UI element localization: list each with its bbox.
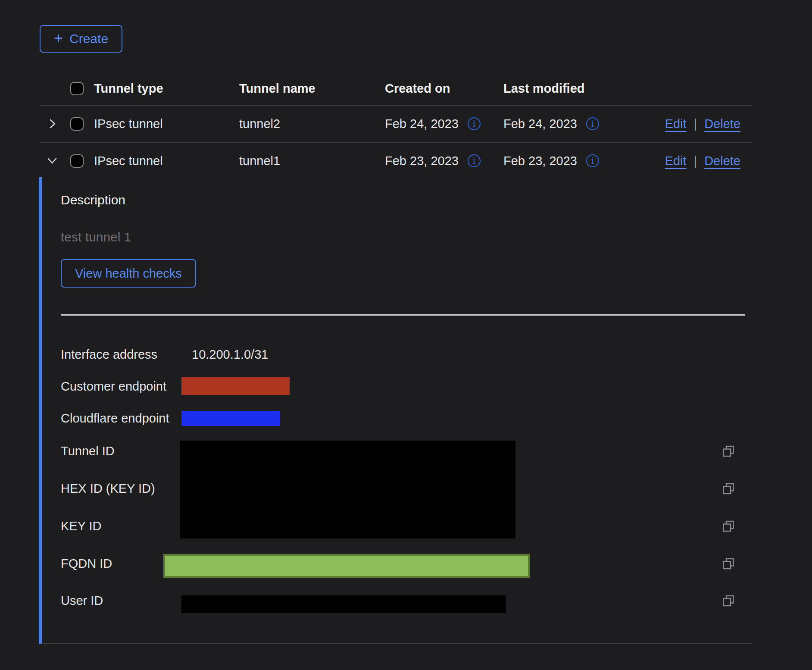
interface-address-label: Interface address xyxy=(61,348,157,362)
tunnel-type-cell: IPsec tunnel xyxy=(94,117,239,131)
customer-endpoint-label: Customer endpoint xyxy=(61,379,166,394)
info-icon[interactable]: i xyxy=(468,117,481,130)
header-created-on: Created on xyxy=(381,81,500,96)
copy-fqdn-id-icon[interactable] xyxy=(722,557,735,570)
select-all-checkbox[interactable] xyxy=(70,82,84,95)
cloudflare-endpoint-label: Cloudflare endpoint xyxy=(61,411,169,426)
tunnel-name-cell: tunnel1 xyxy=(239,154,381,168)
fqdn-id-label: FQDN ID xyxy=(61,557,112,571)
create-button[interactable]: + Create xyxy=(40,25,122,53)
row-checkbox[interactable] xyxy=(70,117,84,131)
key-id-label: KEY ID xyxy=(61,519,102,533)
info-icon[interactable]: i xyxy=(468,154,481,167)
copy-key-id-icon[interactable] xyxy=(722,520,735,533)
delete-link[interactable]: Delete xyxy=(704,154,740,168)
tunnel-type-cell: IPsec tunnel xyxy=(94,154,239,168)
user-id-redaction xyxy=(181,595,506,613)
section-divider xyxy=(61,314,745,316)
header-tunnel-name: Tunnel name xyxy=(239,81,381,96)
created-on-value: Feb 24, 2023 xyxy=(385,117,459,131)
info-icon[interactable]: i xyxy=(586,154,599,167)
created-on-value: Feb 23, 2023 xyxy=(385,154,459,168)
tunnels-page: + Create Tunnel type Tunnel name Created… xyxy=(0,0,812,670)
interface-address-value: 10.200.1.0/31 xyxy=(192,348,268,362)
customer-endpoint-redaction xyxy=(181,377,290,395)
view-health-checks-label: View health checks xyxy=(75,266,182,281)
last-modified-value: Feb 24, 2023 xyxy=(503,117,577,131)
header-tunnel-type: Tunnel type xyxy=(94,81,239,96)
cloudflare-endpoint-redaction xyxy=(181,411,280,426)
info-icon[interactable]: i xyxy=(586,117,599,130)
copy-tunnel-id-icon[interactable] xyxy=(722,445,735,458)
last-modified-value: Feb 23, 2023 xyxy=(503,154,577,168)
header-checkbox-cell xyxy=(64,82,94,95)
fqdn-id-redaction xyxy=(163,554,530,578)
collapse-chevron-down-icon[interactable] xyxy=(44,153,60,169)
tunnels-table: Tunnel type Tunnel name Created on Last … xyxy=(40,72,753,179)
description-label: Description xyxy=(61,193,125,207)
user-id-label: User ID xyxy=(61,594,103,608)
ids-redaction-block xyxy=(180,441,515,539)
create-button-label: Create xyxy=(69,31,108,46)
actions-separator: | xyxy=(694,117,697,131)
actions-separator: | xyxy=(694,154,697,168)
header-last-modified: Last modified xyxy=(500,81,659,96)
copy-user-id-icon[interactable] xyxy=(722,595,735,607)
table-header-row: Tunnel type Tunnel name Created on Last … xyxy=(40,72,753,106)
hex-id-label: HEX ID (KEY ID) xyxy=(61,482,155,496)
copy-hex-id-icon[interactable] xyxy=(722,482,735,495)
edit-link[interactable]: Edit xyxy=(665,117,687,131)
tunnel-id-label: Tunnel ID xyxy=(61,444,115,458)
tunnel-name-cell: tunnel2 xyxy=(239,117,381,131)
edit-link[interactable]: Edit xyxy=(665,154,687,168)
row-checkbox[interactable] xyxy=(70,154,84,168)
view-health-checks-button[interactable]: View health checks xyxy=(61,259,196,288)
delete-link[interactable]: Delete xyxy=(704,117,740,131)
plus-icon: + xyxy=(54,31,63,46)
description-value: test tunnel 1 xyxy=(61,230,131,244)
tunnel-detail-panel: Description test tunnel 1 View health ch… xyxy=(39,177,753,644)
expand-chevron-right-icon[interactable] xyxy=(44,116,60,132)
table-row-tunnel2: IPsec tunnel tunnel2 Feb 24, 2023 i Feb … xyxy=(40,106,753,143)
table-row-tunnel1: IPsec tunnel tunnel1 Feb 23, 2023 i Feb … xyxy=(40,143,753,179)
